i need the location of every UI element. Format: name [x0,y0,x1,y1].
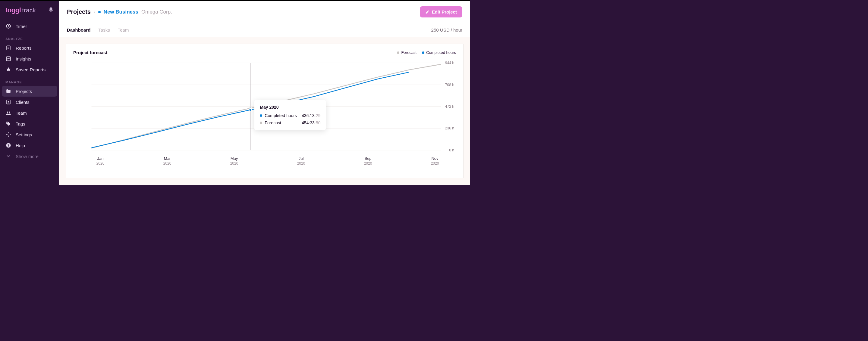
x-axis-tick: Jul2020 [292,156,310,166]
nav-section-manage: MANAGE [0,75,59,86]
tab-dashboard[interactable]: Dashboard [67,27,90,33]
gear-icon [5,132,11,137]
client-icon [5,99,11,105]
card-title: Project forecast [73,50,107,55]
pencil-icon [425,10,430,14]
content-area: Project forecast Forecast Completed hour… [59,37,470,185]
legend-label: Completed hours [426,50,456,55]
folder-icon [5,89,11,94]
x-axis-labels: Jan2020Mar2020May2020Jul2020Sep2020Nov20… [73,155,456,166]
sidebar-item-team[interactable]: Team [0,107,59,118]
tabs: Dashboard Tasks Team [67,27,129,33]
reports-icon [5,45,11,50]
page-header: Projects › New Business Omega Corp. Edit… [59,1,470,23]
chevron-down-icon [5,154,11,159]
tooltip-row-completed: Completed hours 436:13:29 [260,113,320,118]
star-icon [5,67,11,72]
breadcrumb-root[interactable]: Projects [67,8,91,15]
edit-project-button[interactable]: Edit Project [420,6,462,18]
x-axis-tick: Mar2020 [158,156,176,166]
sidebar-item-clients[interactable]: Clients [0,97,59,107]
notifications-icon[interactable] [48,7,54,13]
help-icon: ? [5,143,11,148]
svg-text:944 h: 944 h [445,61,454,65]
sidebar: toggl track Timer ANALYZE Reports Insigh… [0,1,59,185]
legend-label: Forecast [401,50,416,55]
svg-text:708 h: 708 h [445,83,454,87]
sidebar-item-settings[interactable]: Settings [0,129,59,140]
legend-forecast: Forecast [397,50,416,55]
forecast-card: Project forecast Forecast Completed hour… [66,44,464,178]
tooltip-label-text: Completed hours [265,113,297,118]
tab-team[interactable]: Team [118,27,129,33]
breadcrumb-project[interactable]: New Business [104,9,138,15]
svg-text:236 h: 236 h [445,126,454,130]
breadcrumb: Projects › New Business Omega Corp. [67,8,172,15]
logo-secondary: track [22,7,36,14]
tag-icon [5,121,11,127]
chevron-right-icon: › [94,10,95,14]
sidebar-item-label: Clients [16,100,30,105]
logo-primary: toggl [5,6,21,14]
sidebar-item-tags[interactable]: Tags [0,118,59,129]
main-area: Projects › New Business Omega Corp. Edit… [59,1,470,185]
card-header: Project forecast Forecast Completed hour… [73,50,456,55]
svg-point-8 [7,112,8,113]
clock-icon [5,24,11,29]
sidebar-item-insights[interactable]: Insights [0,53,59,64]
svg-text:472 h: 472 h [445,104,454,109]
legend-completed: Completed hours [422,50,456,55]
chart-tooltip: May 2020 Completed hours 436:13:29 [254,100,326,130]
tooltip-dot-icon [260,114,262,117]
x-axis-tick: Sep2020 [359,156,377,166]
subheader: Dashboard Tasks Team 250 USD / hour [59,23,470,37]
tooltip-value: 436:13:29 [302,113,320,118]
breadcrumb-client: Omega Corp. [141,9,172,15]
x-axis-tick: Jan2020 [91,156,110,166]
sidebar-item-label: Show more [16,154,38,159]
svg-point-11 [8,134,9,135]
svg-point-26 [249,109,251,111]
svg-point-10 [7,123,8,123]
rate-label: 250 USD / hour [431,27,462,33]
insights-icon [5,56,11,61]
sidebar-item-label: Projects [16,89,32,94]
sidebar-show-more[interactable]: Show more [0,151,59,162]
sidebar-item-saved-reports[interactable]: Saved Reports [0,64,59,75]
sidebar-item-label: Insights [16,56,31,61]
sidebar-item-projects[interactable]: Projects [2,86,57,97]
sidebar-item-label: Help [16,143,25,148]
tooltip-label-text: Forecast [265,121,281,125]
svg-point-7 [8,101,9,102]
sidebar-item-timer[interactable]: Timer [0,21,59,32]
sidebar-item-label: Saved Reports [16,67,45,72]
sidebar-top-row: toggl track [0,6,59,21]
chart-container[interactable]: 0 h236 h472 h708 h944 h Jan2020Mar2020Ma… [73,60,456,174]
legend-dot-forecast [397,52,399,54]
x-axis-tick: May2020 [225,156,243,166]
project-color-dot [98,11,101,13]
edit-button-label: Edit Project [432,9,457,14]
sidebar-item-label: Tags [16,121,25,127]
tooltip-title: May 2020 [260,105,320,109]
tooltip-dot-icon [260,122,262,124]
tooltip-row-forecast: Forecast 454:33:50 [260,121,320,125]
tooltip-value: 454:33:50 [302,121,320,125]
chart-legend: Forecast Completed hours [397,50,456,55]
nav-section-analyze: ANALYZE [0,32,59,42]
team-icon [5,110,11,115]
sidebar-item-label: Timer [16,24,27,29]
sidebar-item-help[interactable]: ? Help [0,140,59,151]
svg-point-9 [9,112,10,113]
sidebar-item-reports[interactable]: Reports [0,42,59,53]
x-axis-tick: Nov2020 [426,156,444,166]
tab-tasks[interactable]: Tasks [98,27,110,33]
svg-text:?: ? [7,143,9,147]
sidebar-item-label: Reports [16,45,32,50]
svg-text:0 h: 0 h [449,148,454,152]
legend-dot-completed [422,52,424,54]
logo[interactable]: toggl track [5,6,36,14]
sidebar-item-label: Team [16,110,27,115]
sidebar-item-label: Settings [16,132,32,137]
